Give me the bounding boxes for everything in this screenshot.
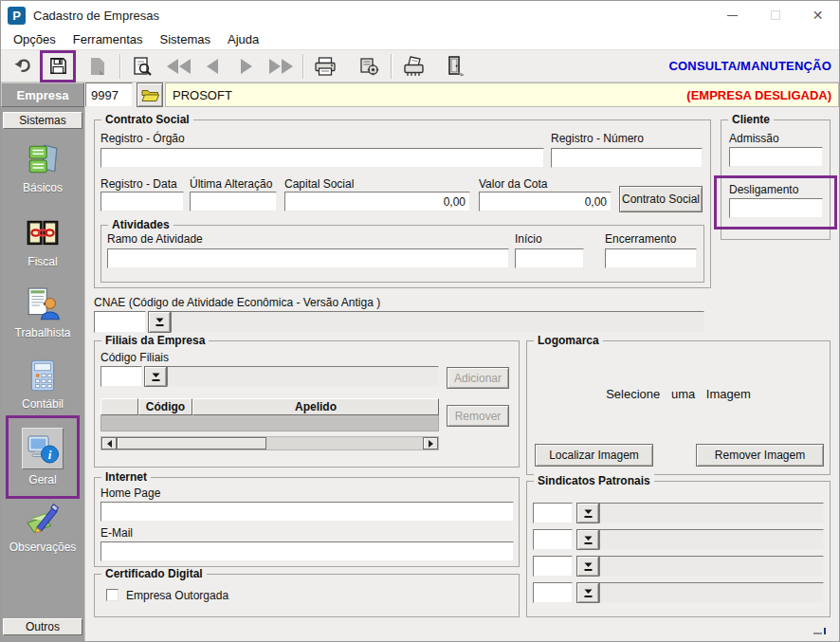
group-filiais: Filiais da Empresa Código Filiais Adicio… bbox=[94, 340, 520, 468]
geral-icon: i bbox=[26, 431, 60, 466]
sidebar-item-contabil[interactable]: Contábil bbox=[1, 358, 84, 411]
maximize-icon bbox=[771, 10, 780, 20]
svg-text:i: i bbox=[48, 448, 52, 462]
undo-icon bbox=[13, 56, 34, 77]
sindicato-3-dropdown-button[interactable] bbox=[576, 556, 599, 577]
contrato-social-button[interactable]: Contrato Social bbox=[619, 186, 703, 212]
sindicato-3-code-input[interactable] bbox=[533, 556, 573, 577]
table-header-apelido: Apelido bbox=[192, 398, 439, 415]
ultima-alteracao-input[interactable] bbox=[190, 192, 277, 211]
logomarca-placeholder-text: Selecione uma Imagem bbox=[527, 387, 830, 401]
company-name-field[interactable]: PROSOFT (EMPRESA DESLIGADA) bbox=[165, 83, 839, 107]
localizar-imagem-button[interactable]: Localizar Imagem bbox=[535, 444, 653, 467]
registro-data-input[interactable] bbox=[100, 192, 184, 211]
sidebar-item-trabalhista[interactable]: Trabalhista bbox=[1, 286, 84, 339]
sidebar-item-basicos[interactable]: Básicos bbox=[1, 141, 84, 194]
adicionar-button[interactable]: Adicionar bbox=[447, 367, 509, 389]
preview-icon bbox=[132, 56, 153, 77]
filiais-table-empty-row[interactable] bbox=[100, 415, 439, 431]
group-title: Contrato Social bbox=[101, 113, 193, 126]
preview-button[interactable] bbox=[127, 53, 157, 80]
scroll-left-button[interactable] bbox=[101, 437, 117, 449]
sidebar-item-geral[interactable]: i Geral bbox=[1, 428, 84, 486]
minimize-icon bbox=[727, 15, 738, 16]
toolbar-separator bbox=[302, 54, 303, 79]
remover-imagem-button[interactable]: Remover Imagem bbox=[696, 444, 824, 467]
menu-ferramentas[interactable]: Ferramentas bbox=[64, 30, 152, 48]
nav-first-button[interactable] bbox=[163, 53, 193, 80]
sidebar-sistemas-button[interactable]: Sistemas bbox=[3, 112, 82, 129]
cnae-label: CNAE (Código de Atividade Econômica - Ve… bbox=[94, 296, 380, 309]
menu-ajuda[interactable]: Ajuda bbox=[219, 30, 267, 48]
sindicato-2-dropdown-button[interactable] bbox=[576, 529, 599, 550]
inicio-input[interactable] bbox=[515, 248, 584, 268]
sindicato-2-code-input[interactable] bbox=[533, 529, 573, 550]
group-certificado: Certificado Digital Empresa Outorgada bbox=[94, 574, 520, 617]
next-record-icon bbox=[241, 59, 252, 74]
menu-sistemas[interactable]: Sistemas bbox=[152, 30, 219, 48]
registro-numero-input[interactable] bbox=[551, 148, 703, 168]
company-code-field[interactable]: 9997 bbox=[85, 83, 133, 107]
cnae-dropdown-button[interactable] bbox=[148, 311, 171, 333]
remover-button[interactable]: Remover bbox=[447, 405, 509, 427]
empresa-outorgada-checkbox[interactable] bbox=[106, 589, 119, 601]
nav-previous-button[interactable] bbox=[197, 53, 228, 80]
new-record-button-disabled[interactable] bbox=[82, 53, 113, 80]
sidebar-item-observacoes[interactable]: Observações bbox=[1, 501, 84, 554]
print-button[interactable] bbox=[310, 53, 340, 80]
print-setup-button[interactable] bbox=[354, 53, 384, 80]
inicio-label: Início bbox=[515, 232, 542, 246]
open-company-button[interactable] bbox=[137, 83, 163, 107]
sindicato-1-dropdown-button[interactable] bbox=[576, 503, 599, 523]
sidebar-item-label: Observações bbox=[1, 541, 84, 554]
delete-record-button[interactable] bbox=[398, 53, 429, 80]
valor-cota-input[interactable]: 0,00 bbox=[479, 192, 612, 211]
email-input[interactable] bbox=[100, 541, 514, 561]
cnae-description-field bbox=[171, 311, 704, 333]
group-contrato-social: Contrato Social Registro - Órgão Registr… bbox=[94, 119, 711, 288]
nav-next-button[interactable] bbox=[231, 53, 262, 80]
scrollbar-track[interactable] bbox=[266, 437, 423, 449]
encerramento-input[interactable] bbox=[605, 248, 697, 268]
maximize-button[interactable] bbox=[754, 1, 796, 29]
scroll-right-icon bbox=[429, 440, 433, 448]
desligamento-input[interactable] bbox=[729, 198, 823, 218]
menu-opcoes[interactable]: Opções bbox=[5, 30, 64, 48]
capital-social-input[interactable]: 0,00 bbox=[284, 192, 470, 211]
sidebar-item-label: Contábil bbox=[1, 397, 84, 411]
registro-orgao-input[interactable] bbox=[100, 148, 544, 168]
basicos-icon bbox=[25, 141, 61, 177]
save-icon bbox=[48, 56, 68, 76]
home-page-input[interactable] bbox=[100, 502, 514, 522]
scrollbar-thumb[interactable] bbox=[117, 437, 266, 449]
sindicato-3-description-field bbox=[599, 556, 824, 577]
sidebar-outros-button[interactable]: Outros bbox=[3, 618, 82, 635]
exit-button[interactable] bbox=[440, 53, 470, 80]
admissao-input[interactable] bbox=[729, 147, 823, 167]
codigo-filiais-input[interactable] bbox=[100, 366, 142, 387]
sidebar-item-label: Trabalhista bbox=[1, 326, 84, 339]
sindicato-1-code-input[interactable] bbox=[533, 503, 573, 523]
observacoes-icon bbox=[25, 501, 61, 537]
close-button[interactable]: ✕ bbox=[796, 1, 839, 29]
minimize-button[interactable] bbox=[711, 1, 754, 29]
filiais-dropdown-button[interactable] bbox=[144, 366, 167, 387]
save-button[interactable] bbox=[43, 53, 73, 80]
trabalhista-icon bbox=[25, 286, 61, 322]
sidebar-item-fiscal[interactable]: Fiscal bbox=[1, 215, 84, 268]
resize-grip[interactable] bbox=[813, 628, 826, 634]
group-title: Internet bbox=[101, 470, 151, 484]
sindicato-4-code-input[interactable] bbox=[533, 582, 573, 603]
cnae-code-input[interactable] bbox=[94, 311, 146, 333]
sindicato-4-dropdown-button[interactable] bbox=[576, 582, 599, 603]
empresa-outorgada-label: Empresa Outorgada bbox=[126, 589, 228, 602]
group-sindicatos: Sindicatos Patronais bbox=[526, 481, 831, 617]
ramo-atividade-input[interactable] bbox=[107, 248, 509, 268]
printer-icon bbox=[314, 56, 337, 77]
contabil-icon bbox=[25, 358, 61, 394]
scroll-right-button[interactable] bbox=[423, 437, 438, 449]
app-icon: P bbox=[8, 7, 26, 25]
undo-button[interactable] bbox=[9, 53, 39, 80]
nav-last-button[interactable] bbox=[265, 53, 296, 80]
group-title: Atividades bbox=[108, 218, 173, 231]
